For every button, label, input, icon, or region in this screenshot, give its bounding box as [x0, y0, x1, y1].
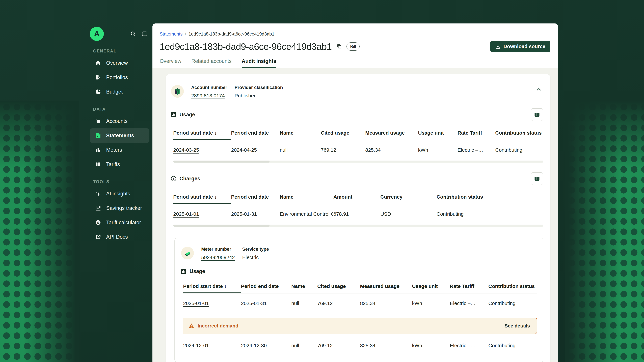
charges-table-header: Period start date↓ Period end date Name …	[173, 190, 544, 204]
column-header[interactable]: Usage unit	[418, 126, 458, 140]
column-header[interactable]: Contribution status	[495, 126, 544, 140]
charges-columns-button[interactable]	[531, 172, 544, 185]
sidebar-item-label: Portfolios	[106, 74, 128, 80]
app-logo[interactable]: A	[90, 27, 104, 41]
sidebar-item-api-docs[interactable]: API Docs	[90, 230, 150, 244]
collapse-card-button[interactable]	[534, 85, 544, 94]
column-header-sorted[interactable]: Period start date↓	[183, 279, 241, 293]
sidebar-item-tariffs[interactable]: Tariffs	[90, 157, 150, 172]
account-number-link[interactable]: 2899 813 0174	[191, 93, 227, 98]
cell-rate-tariff: Electric –…	[450, 294, 488, 313]
column-header[interactable]: Rate Tariff	[458, 126, 495, 140]
period-start-date-link[interactable]: 2024-12-01	[183, 336, 241, 356]
column-header[interactable]: Rate Tariff	[450, 279, 488, 293]
cell-name: Environmental Control Charge	[280, 204, 334, 224]
sidebar-item-label: AI insights	[106, 191, 130, 197]
dollar-circle-icon: $	[95, 219, 102, 226]
sidebar-item-overview[interactable]: Overview	[90, 56, 150, 70]
column-header[interactable]: Name	[291, 279, 317, 293]
column-header[interactable]: Cited usage	[317, 279, 360, 293]
tab-audit-insights[interactable]: Audit insights	[242, 58, 276, 68]
service-type-label: Service type	[242, 247, 269, 252]
meter-avatar	[181, 247, 194, 259]
meter-card: Meter number 592492059242 Service type E…	[174, 238, 544, 362]
sidebar-nav: GENERAL Overview Portfolios Budget DATA	[87, 49, 152, 244]
account-number-field: Account number 2899 813 0174	[191, 85, 227, 98]
external-link-icon	[95, 234, 102, 240]
home-icon	[95, 60, 102, 66]
horizontal-scrollbar[interactable]	[173, 161, 544, 163]
meter-number-link[interactable]: 592492059242	[201, 255, 235, 260]
service-type-field: Service type Electric	[242, 247, 269, 260]
sidebar: A GENERAL Overview Portfol	[87, 0, 152, 362]
usage-table-header: Period start date↓ Period end date Name …	[173, 126, 544, 140]
column-header[interactable]: Currency	[380, 190, 436, 204]
column-header[interactable]: Name	[280, 126, 321, 140]
breadcrumb-statements-link[interactable]: Statements	[160, 31, 183, 37]
usage-columns-button[interactable]	[531, 108, 544, 121]
charges-section-header: $ Charges	[171, 172, 544, 185]
copy-id-button[interactable]	[336, 43, 342, 49]
usage-table-row: 2024-03-25 2024-04-25 null 769.12 825.34…	[173, 140, 544, 160]
sidebar-item-budget[interactable]: Budget	[90, 85, 150, 99]
column-header[interactable]: Contribution status	[488, 279, 537, 293]
cell-contribution-status: Contributing	[436, 204, 544, 224]
sidebar-item-meters[interactable]: Meters	[90, 143, 150, 157]
cell-contribution-status: Contributing	[495, 140, 544, 160]
download-source-label: Download source	[504, 43, 546, 49]
table-columns-icon	[534, 176, 540, 182]
cell-name: null	[291, 294, 317, 313]
period-start-date-link[interactable]: 2024-03-25	[173, 140, 231, 160]
column-header[interactable]: Period end date	[231, 190, 280, 204]
sidebar-item-label: Budget	[106, 89, 122, 95]
sidebar-item-statements[interactable]: $ Statements	[90, 128, 150, 143]
tab-overview[interactable]: Overview	[160, 58, 181, 68]
provider-classification-value: Publisher	[234, 93, 283, 98]
incorrect-demand-warning-banner: Incorrect demand See details	[183, 318, 537, 334]
table-columns-icon	[534, 112, 540, 118]
svg-text:$: $	[97, 221, 99, 224]
column-header[interactable]: Name	[280, 190, 334, 204]
sidebar-item-label: Statements	[106, 133, 134, 139]
column-header[interactable]: Period end date	[241, 279, 291, 293]
sidebar-item-savings-tracker[interactable]: Savings tracker	[90, 201, 150, 215]
column-header[interactable]: Contribution status	[436, 190, 544, 204]
sidebar-item-ai-insights[interactable]: AI insights	[90, 187, 150, 201]
copy-icon	[336, 43, 342, 49]
column-header-sorted[interactable]: Period start date↓	[173, 126, 231, 140]
search-button[interactable]	[130, 31, 136, 37]
sidebar-item-portfolios[interactable]: Portfolios	[90, 70, 150, 85]
download-source-button[interactable]: Download source	[490, 41, 550, 52]
cell-rate-tariff: Electric –…	[450, 336, 488, 356]
cell-cited-usage: 769.12	[317, 294, 360, 313]
column-header[interactable]: Usage unit	[412, 279, 450, 293]
cell-measured-usage: 825.34	[360, 294, 412, 313]
account-avatar	[171, 85, 184, 98]
charges-dollar-icon: $	[171, 176, 176, 182]
sort-desc-icon: ↓	[214, 194, 217, 200]
cell-usage-unit: kWh	[418, 140, 458, 160]
collapse-sidebar-button[interactable]	[142, 31, 148, 37]
see-details-link[interactable]: See details	[504, 323, 530, 329]
column-header[interactable]: Measured usage	[365, 126, 418, 140]
column-header[interactable]: Cited usage	[321, 126, 365, 140]
svg-text:$: $	[173, 177, 174, 180]
period-start-date-link[interactable]: 2025-01-01	[183, 294, 241, 313]
sidebar-item-label: Accounts	[106, 118, 128, 124]
column-header[interactable]: Amount	[334, 190, 380, 204]
cell-contribution-status: Contributing	[488, 294, 537, 313]
sidebar-item-tariff-calculator[interactable]: $ Tariff calculator	[90, 215, 150, 230]
column-header[interactable]: Measured usage	[360, 279, 412, 293]
period-start-date-link[interactable]: 2025-01-01	[173, 204, 231, 224]
sidebar-item-accounts[interactable]: Accounts	[90, 114, 150, 128]
column-header-sorted[interactable]: Period start date↓	[173, 190, 231, 204]
cell-usage-unit: kWh	[412, 294, 450, 313]
page-header: Statements / 1ed9c1a8-183b-dad9-a6ce-96c…	[152, 23, 558, 68]
tab-related-accounts[interactable]: Related accounts	[191, 58, 232, 68]
horizontal-scrollbar[interactable]	[173, 225, 544, 227]
breadcrumb-separator: /	[185, 31, 186, 37]
charges-section-title: Charges	[180, 176, 200, 182]
column-header[interactable]: Period end date	[231, 126, 280, 140]
cell-measured-usage: 825.34	[360, 336, 412, 356]
download-icon	[495, 43, 501, 49]
